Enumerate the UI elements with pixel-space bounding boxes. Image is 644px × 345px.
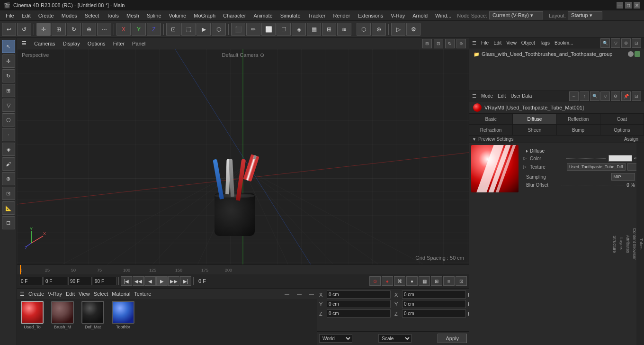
- redo-button[interactable]: ↺: [17, 23, 31, 36]
- tab-coat[interactable]: Coat: [600, 114, 644, 124]
- tool-move[interactable]: ✛: [2, 54, 15, 68]
- vp-display[interactable]: Display: [61, 40, 82, 47]
- world-dropdown[interactable]: World Local: [319, 334, 352, 343]
- coord-pz-input[interactable]: [402, 309, 466, 318]
- vp-menu-btn[interactable]: ☰: [20, 40, 28, 47]
- interactive-render[interactable]: ▶: [197, 23, 211, 36]
- tool-scale[interactable]: ⊞: [2, 84, 15, 97]
- tool-align[interactable]: ⊟: [2, 216, 15, 229]
- titlebar-controls[interactable]: — □ ✕: [617, 2, 640, 9]
- tab-bump[interactable]: Bump: [557, 125, 600, 135]
- vtab-content[interactable]: Content Browser: [632, 226, 637, 262]
- texture-dropdown[interactable]: Used_Toothpaste_Tube_Diff: [567, 163, 626, 171]
- tool-paint[interactable]: 🖌: [2, 157, 15, 171]
- mat-settings2-icon[interactable]: ⚙: [611, 91, 620, 101]
- mat-vray[interactable]: V-Ray: [48, 291, 62, 297]
- mat-select[interactable]: Select: [94, 291, 108, 297]
- menu-modes[interactable]: Modes: [58, 12, 81, 19]
- tab-diffuse[interactable]: Diffuse: [513, 114, 556, 124]
- vtab-structure[interactable]: Structure: [612, 234, 617, 255]
- layout-dropdown[interactable]: Startup ▾: [568, 11, 602, 19]
- vtab-takes[interactable]: Takes: [638, 236, 644, 252]
- mat-search2-icon[interactable]: 🔍: [590, 91, 599, 101]
- obj-search-icon[interactable]: 🔍: [600, 38, 610, 48]
- mat-edit[interactable]: Edit: [498, 93, 506, 99]
- coord-z-input[interactable]: [327, 309, 391, 318]
- obj-tags-menu[interactable]: Tags: [540, 40, 550, 45]
- coord-py-input[interactable]: [402, 300, 466, 308]
- tab-basic[interactable]: Basic: [469, 114, 513, 124]
- color-expand[interactable]: ▷: [523, 156, 528, 161]
- mat-material[interactable]: Material: [112, 291, 130, 297]
- menu-edit[interactable]: Edit: [18, 12, 35, 19]
- scale-tool[interactable]: ⊞: [52, 23, 66, 36]
- mat-filter2-icon[interactable]: ▽: [600, 91, 610, 101]
- tool-select[interactable]: ↖: [2, 40, 15, 53]
- render-btn[interactable]: ▷: [391, 23, 405, 36]
- render-settings[interactable]: ⚙: [406, 23, 420, 36]
- go-to-end[interactable]: ▶|: [180, 276, 191, 286]
- menu-vray[interactable]: V-Ray: [387, 12, 409, 19]
- play-back[interactable]: ◀: [144, 276, 156, 286]
- menu-create[interactable]: Create: [35, 12, 58, 19]
- tab-sheen[interactable]: Sheen: [513, 125, 556, 135]
- mat-mode[interactable]: Mode: [481, 93, 493, 99]
- vtab-layers[interactable]: Layers: [618, 236, 624, 252]
- obj-more-icon[interactable]: ⊡: [632, 38, 641, 48]
- texture-btn[interactable]: …: [627, 163, 636, 171]
- z-axis[interactable]: Z: [147, 23, 161, 36]
- menu-animate[interactable]: Animate: [250, 12, 276, 19]
- menu-file[interactable]: File: [2, 12, 18, 19]
- obj-settings-icon[interactable]: ⚙: [621, 38, 631, 48]
- motion-clip[interactable]: ▦: [419, 276, 430, 286]
- menu-wind[interactable]: Wind...: [431, 12, 455, 19]
- timeline-extra2[interactable]: ⊡: [456, 276, 467, 286]
- material-item-2[interactable]: Dof_Mat: [80, 301, 106, 329]
- material-item-0[interactable]: Used_To: [19, 301, 45, 329]
- vp-icon-1[interactable]: ⊞: [422, 39, 432, 48]
- coord-px-input[interactable]: [402, 291, 466, 299]
- node-space-dropdown[interactable]: Current (V-Ray) ▾: [489, 11, 543, 19]
- obj-filter-icon[interactable]: ▽: [611, 38, 620, 48]
- coord-x-input[interactable]: [327, 291, 391, 299]
- camera-tool[interactable]: ⬡: [357, 23, 371, 36]
- key-selected[interactable]: ♦: [406, 276, 418, 286]
- timeline-extra[interactable]: ≡: [443, 276, 455, 286]
- render-end-input[interactable]: 90 F: [93, 277, 116, 285]
- rotate-tool[interactable]: ↻: [67, 23, 81, 36]
- transform-tool[interactable]: ⊕: [82, 23, 96, 36]
- viewport[interactable]: Perspective Default Camera ⊙ Grid Spacin…: [17, 49, 469, 264]
- light-tool[interactable]: ⊛: [372, 23, 386, 36]
- auto-key[interactable]: ⊙: [369, 276, 381, 286]
- tool-point[interactable]: ·: [2, 128, 15, 141]
- tool-rotate[interactable]: ↻: [2, 69, 15, 82]
- tab-refraction[interactable]: Refraction: [469, 125, 513, 135]
- obj-edit-menu[interactable]: Edit: [493, 40, 501, 45]
- floor-tool[interactable]: ⬜: [261, 23, 276, 36]
- mat-up-icon[interactable]: ↑: [580, 91, 589, 101]
- world-space[interactable]: ⊡: [166, 23, 180, 36]
- tex-expand[interactable]: ▷: [523, 164, 528, 169]
- menu-simulate[interactable]: Simulate: [277, 12, 304, 19]
- mat-create[interactable]: Create: [28, 291, 44, 297]
- menu-spline[interactable]: Spline: [143, 12, 165, 19]
- render-to-po[interactable]: ⬡: [212, 23, 226, 36]
- menu-tracker[interactable]: Tracker: [304, 12, 330, 19]
- mat-user-data[interactable]: User Data: [510, 93, 532, 99]
- mat-pin-icon[interactable]: 📌: [621, 91, 631, 101]
- obj-visibility-dot[interactable]: [628, 51, 634, 57]
- move-tool[interactable]: ✛: [36, 23, 51, 36]
- tool-snap[interactable]: ⊡: [2, 187, 15, 200]
- scale-dropdown[interactable]: Scale: [378, 334, 411, 343]
- render-region[interactable]: ⬚: [181, 23, 196, 36]
- menu-character[interactable]: Character: [219, 12, 250, 19]
- obj-bookmarks-menu[interactable]: Bookm...: [555, 40, 573, 45]
- null-tool[interactable]: ☐: [277, 23, 291, 36]
- start-frame-input[interactable]: 0 F: [19, 277, 43, 285]
- undo-button[interactable]: ↩: [2, 23, 16, 36]
- mat-more2-icon[interactable]: ⊡: [632, 91, 641, 101]
- obj-view-menu[interactable]: View: [506, 40, 517, 45]
- end-frame-input[interactable]: 90 F: [68, 277, 92, 285]
- tool-live[interactable]: ◈: [2, 143, 15, 156]
- vp-icon-4[interactable]: ⊕: [456, 39, 466, 48]
